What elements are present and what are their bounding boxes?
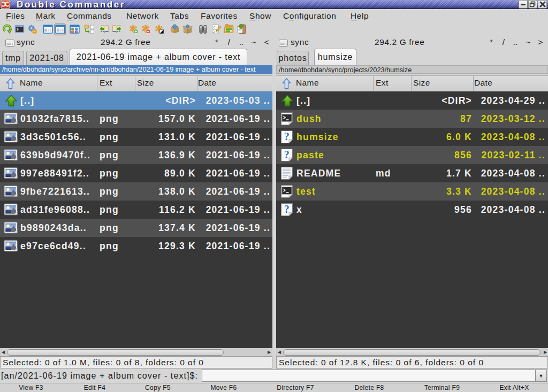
svg-text:✓: ✓ bbox=[212, 30, 215, 34]
